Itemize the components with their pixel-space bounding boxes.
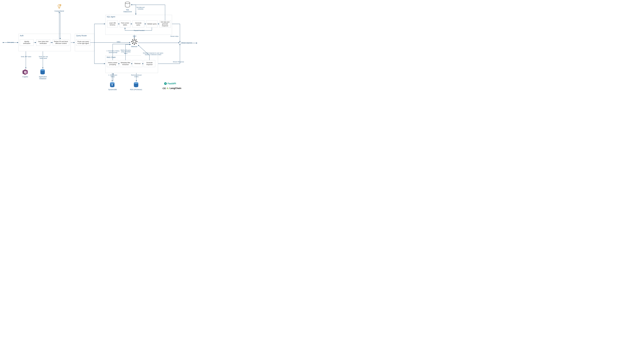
svg-point-8 [125, 2, 130, 4]
svg-point-26 [3, 42, 4, 43]
redact-pii-label: Redact PII and block offensive content [54, 41, 68, 44]
application-database-label: Application Database [36, 76, 49, 80]
comprehend-icon [56, 3, 62, 9]
validate-query-label: Validate query [147, 23, 156, 25]
auth-group-title: Auth [20, 35, 24, 37]
sql-agent-group-title: SQL Agent [107, 16, 115, 18]
history-prompt-step: History aware prompting [107, 60, 118, 67]
build-filter-query-label: Build a db query using metadata filters [120, 49, 132, 54]
route-query-step: Route user query to the right agent [76, 39, 90, 46]
token-limit-step: User token limit verification [36, 39, 50, 46]
retrieval-step: Retrieval [132, 60, 142, 67]
get-data-step: Get data and generate response [160, 20, 171, 27]
rds-pgvector-icon [133, 82, 139, 88]
stream-steps-label: Stream steps [170, 35, 179, 37]
fastapi-brand-label: FastAPI [168, 82, 176, 85]
gen-hist-prompt-label: 2. Generate a history aware prompt [106, 50, 120, 53]
svg-point-21 [134, 82, 138, 84]
identity-verification-step: Identity verification [20, 39, 34, 46]
svg-point-7 [40, 69, 45, 71]
metadata-filter-label: Metadata filter extraction [120, 62, 130, 66]
verify-jwt-label: Verify JWT token [20, 56, 32, 57]
retrieval-label: Retrieval [134, 63, 140, 65]
sql-datasource-label: SQL Datasource [122, 9, 133, 12]
route-query-label: Route user query to the right agent [77, 41, 90, 44]
generate-response-step: Generate response [144, 60, 155, 67]
stream-response-rag-label: Stream Response [172, 61, 184, 63]
architecture-canvas: Auth Identity verification User token li… [0, 0, 198, 92]
query-router-group-title: Query Router [76, 35, 87, 37]
get-session-label: 1. Get session history [107, 74, 118, 78]
learn-schema-step: Learn DB Schema [107, 20, 118, 27]
utilize-router-label: Utilize [116, 41, 121, 43]
get-metadata-label: Get data and metadata [135, 6, 146, 10]
generate-response-label: Generate response [144, 62, 154, 66]
fastapi-brand: FastAPI [164, 82, 176, 85]
retrieve-chunks-label: Retrieve relevant chunks [130, 74, 143, 78]
bedrock-label: Bedrock [130, 46, 139, 47]
gen-resp-ctx-label: Generate response to user query based on… [141, 52, 165, 55]
dynamodb-icon [109, 82, 116, 88]
validate-query-step: Validate query [146, 20, 158, 27]
find-tables-label: Find correct tables [120, 22, 130, 26]
verify-quota-label: Verify user has token quota [38, 56, 48, 59]
token-limit-label: User token limit verification [37, 41, 49, 44]
rds-pgvector-label: RDS (PGVector) [128, 89, 144, 90]
dynamodb-label: DynamoDB [107, 89, 118, 90]
history-prompt-label: History aware prompting [108, 62, 118, 66]
application-database-icon [39, 69, 46, 75]
redact-pii-step: Redact PII and block offensive content [53, 39, 69, 46]
langchain-brand-label: LangChain [170, 87, 181, 90]
get-data-label: Get data and generate response [160, 21, 170, 27]
find-tables-step: Find correct tables [120, 20, 130, 27]
user-query-label: User query [7, 41, 14, 43]
identity-verification-label: Identity verification [21, 41, 33, 44]
langchain-brand: 🦜 LangChain [162, 87, 181, 90]
utilize-sql-label: utilize [132, 35, 136, 37]
bedrock-icon [131, 38, 138, 45]
repeat-label: Repeat if needed [134, 30, 145, 31]
cognito-icon [22, 69, 28, 75]
cognito-label: Cognito [20, 76, 30, 78]
generate-query-label: Generate query [133, 22, 144, 26]
stream-response-out-label: Stream response [181, 42, 192, 44]
learn-schema-label: Learn DB Schema [108, 22, 117, 26]
svg-point-19 [110, 82, 114, 84]
svg-rect-17 [133, 40, 136, 43]
rag-chain-group-title: RAG Chain [107, 56, 116, 58]
generate-query-step: Generate query [132, 20, 144, 27]
metadata-filter-step: Metadata filter extraction [120, 60, 131, 67]
sql-datasource-icon [124, 1, 131, 8]
comprehend-label: Comprehend [53, 10, 66, 12]
